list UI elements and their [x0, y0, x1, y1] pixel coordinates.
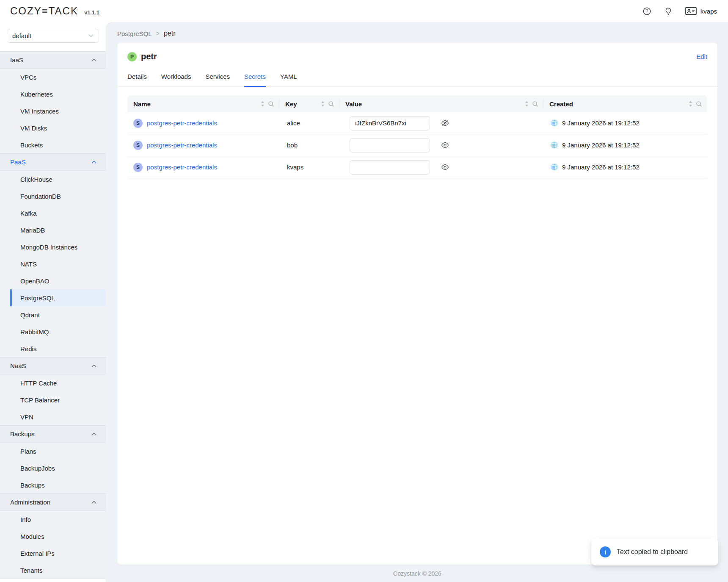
secret-key: bob	[279, 141, 339, 149]
sidebar-item-vpn[interactable]: VPN	[0, 408, 106, 425]
breadcrumb-current: petr	[164, 30, 176, 37]
chevron-up-icon	[91, 501, 97, 504]
tab-secrets[interactable]: Secrets	[244, 73, 266, 87]
tenant-select[interactable]: default	[7, 29, 99, 43]
sidebar-section-header-naas[interactable]: NaaS	[0, 358, 106, 374]
secret-name-link[interactable]: postgres-petr-credentials	[147, 164, 217, 171]
sort-icon[interactable]	[525, 101, 529, 107]
sidebar-item-vpcs[interactable]: VPCs	[0, 69, 106, 86]
main-content: PostgreSQL > petr P petr Edit Details Wo…	[106, 22, 728, 582]
brand: COZY≡TACK v1.1.1	[10, 5, 99, 17]
sort-icon[interactable]	[261, 101, 265, 107]
breadcrumb: PostgreSQL > petr	[117, 30, 717, 37]
sidebar-section-iaas: IaaS VPCs Kubernetes VM Instances VM Dis…	[0, 51, 106, 153]
sidebar-item-mongodb-instances[interactable]: MongoDB Instances	[0, 238, 106, 255]
sidebar-item-vm-disks[interactable]: VM Disks	[0, 119, 106, 136]
sidebar-item-tcp-balancer[interactable]: TCP Balancer	[0, 391, 106, 408]
sidebar-item-backups[interactable]: Backups	[0, 477, 106, 493]
secrets-table: Name Key Value	[127, 95, 707, 178]
sort-icon[interactable]	[321, 101, 325, 107]
eye-slash-icon[interactable]	[441, 119, 449, 127]
search-icon[interactable]	[268, 101, 274, 107]
breadcrumb-separator: >	[152, 30, 164, 37]
sidebar-item-modules[interactable]: Modules	[0, 528, 106, 545]
globe-icon	[550, 163, 558, 171]
help-icon[interactable]: ?	[643, 7, 651, 16]
sidebar-section-administration: Administration Info Modules External IPs…	[0, 493, 106, 579]
sidebar-section-header-paas[interactable]: PaaS	[0, 154, 106, 171]
sidebar-item-buckets[interactable]: Buckets	[0, 136, 106, 153]
sidebar-section-header-iaas[interactable]: IaaS	[0, 52, 106, 69]
resource-card: P petr Edit Details Workloads Services S…	[117, 43, 717, 565]
search-icon[interactable]	[532, 101, 538, 107]
sidebar-section-header-administration[interactable]: Administration	[0, 494, 106, 511]
avatar: P	[127, 52, 137, 61]
sidebar-item-info[interactable]: Info	[0, 511, 106, 528]
column-header-key: Key	[279, 95, 339, 112]
footer-text: Cozystack © 2026	[117, 565, 717, 582]
created-timestamp: 9 January 2026 at 19:12:52	[562, 141, 640, 149]
sidebar-section-header-backups[interactable]: Backups	[0, 426, 106, 443]
sidebar-item-kubernetes[interactable]: Kubernetes	[0, 86, 106, 103]
secret-badge: S	[133, 119, 143, 128]
sidebar-item-vm-instances[interactable]: VM Instances	[0, 103, 106, 119]
user-menu[interactable]: kvaps	[685, 7, 717, 15]
tab-details[interactable]: Details	[127, 73, 147, 87]
search-icon[interactable]	[696, 101, 702, 107]
eye-icon[interactable]	[441, 163, 449, 171]
sidebar-section-paas: PaaS ClickHouse FoundationDB Kafka Maria…	[0, 153, 106, 357]
sidebar-item-plans[interactable]: Plans	[0, 443, 106, 460]
sidebar-item-redis[interactable]: Redis	[0, 340, 106, 357]
secret-value-input[interactable]	[350, 116, 430, 130]
sidebar-section-backups: Backups Plans BackupJobs Backups	[0, 425, 106, 493]
top-bar: COZY≡TACK v1.1.1 ? kvaps	[0, 0, 728, 22]
sidebar-item-foundationdb[interactable]: FoundationDB	[0, 188, 106, 205]
secret-value-input[interactable]	[350, 160, 430, 175]
breadcrumb-postgresql[interactable]: PostgreSQL	[117, 30, 152, 37]
sort-icon[interactable]	[689, 101, 692, 107]
secret-value-input[interactable]	[350, 138, 430, 152]
sidebar-item-nats[interactable]: NATS	[0, 255, 106, 272]
sidebar-item-qdrant[interactable]: Qdrant	[0, 306, 106, 323]
sidebar-item-http-cache[interactable]: HTTP Cache	[0, 374, 106, 391]
tab-services[interactable]: Services	[205, 73, 230, 87]
sidebar-item-external-ips[interactable]: External IPs	[0, 545, 106, 562]
secret-row: S postgres-petr-credentials kvaps	[127, 156, 707, 178]
secret-key: kvaps	[279, 164, 339, 171]
id-badge-icon	[685, 7, 697, 15]
secret-badge: S	[133, 163, 143, 172]
sidebar-item-backupjobs[interactable]: BackupJobs	[0, 460, 106, 477]
sidebar-item-openbao[interactable]: OpenBAO	[0, 272, 106, 289]
app-logo: COZY≡TACK	[10, 5, 78, 17]
tab-bar: Details Workloads Services Secrets YAML	[117, 73, 717, 87]
edit-button[interactable]: Edit	[696, 53, 707, 60]
created-timestamp: 9 January 2026 at 19:12:52	[562, 119, 640, 127]
eye-icon[interactable]	[441, 141, 449, 149]
sidebar-section-naas: NaaS HTTP Cache TCP Balancer VPN	[0, 357, 106, 425]
tenant-select-value: default	[12, 32, 31, 39]
topbar-actions: ? kvaps	[643, 7, 717, 16]
chevron-up-icon	[91, 364, 97, 368]
svg-text:?: ?	[646, 9, 648, 14]
secret-row: S postgres-petr-credentials alice	[127, 112, 707, 134]
sidebar-item-clickhouse[interactable]: ClickHouse	[0, 171, 106, 188]
sidebar-item-postgresql[interactable]: PostgreSQL	[10, 289, 106, 306]
sidebar-item-tenants[interactable]: Tenants	[0, 562, 106, 579]
globe-icon	[550, 119, 558, 127]
search-icon[interactable]	[328, 101, 334, 107]
column-header-created: Created	[543, 95, 707, 112]
sidebar: default IaaS VPCs Kubernetes VM Instance…	[0, 22, 106, 582]
chevron-up-icon	[91, 432, 97, 436]
sidebar-item-mariadb[interactable]: MariaDB	[0, 222, 106, 238]
secret-name-link[interactable]: postgres-petr-credentials	[147, 141, 217, 149]
lightbulb-icon[interactable]	[664, 7, 673, 16]
secret-badge: S	[133, 141, 143, 150]
secret-name-link[interactable]: postgres-petr-credentials	[147, 119, 217, 127]
created-timestamp: 9 January 2026 at 19:12:52	[562, 164, 640, 171]
page-title: petr	[141, 52, 157, 61]
chevron-up-icon	[91, 161, 97, 164]
tab-workloads[interactable]: Workloads	[161, 73, 191, 87]
sidebar-item-kafka[interactable]: Kafka	[0, 205, 106, 222]
tab-yaml[interactable]: YAML	[280, 73, 297, 87]
sidebar-item-rabbitmq[interactable]: RabbitMQ	[0, 323, 106, 340]
